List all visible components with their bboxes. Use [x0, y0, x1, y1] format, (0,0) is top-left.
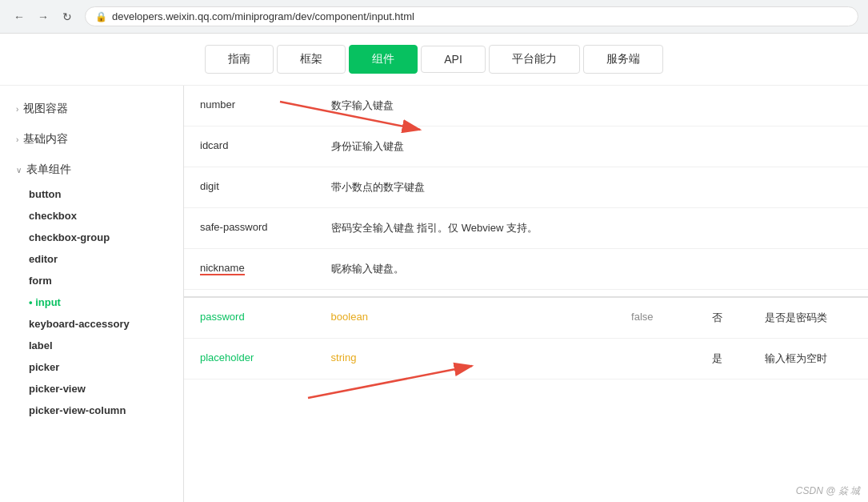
tab-guide[interactable]: 指南	[205, 45, 274, 74]
prop-type: boolean	[315, 297, 615, 339]
content-area: number 数字输入键盘 idcard 身份证输入键盘 digit 带小数点的…	[184, 86, 868, 502]
prop-desc: 输入框为空时	[749, 339, 868, 380]
desc-cell: 数字输入键盘	[315, 86, 615, 127]
nickname-underlined: nickname	[200, 262, 245, 275]
prop-name: password	[184, 297, 315, 339]
chevron-icon-basic: ›	[16, 135, 18, 144]
sidebar-group-form: ∨ 表单组件 button checkbox checkbox-group ed…	[0, 156, 183, 421]
sidebar: › 视图容器 › 基础内容 ∨ 表单组件 button checkbox che…	[0, 86, 184, 502]
separator-row	[184, 290, 868, 298]
desc-cell: 身份证输入键盘	[315, 127, 615, 167]
value-cell: idcard	[184, 127, 315, 167]
table-row: idcard 身份证输入键盘	[184, 127, 868, 167]
sidebar-item-picker-view[interactable]: picker-view	[29, 378, 183, 400]
tab-platform[interactable]: 平台能力	[489, 45, 580, 74]
value-cell: digit	[184, 167, 315, 208]
prop-desc: 是否是密码类	[749, 297, 868, 339]
doc-table: number 数字输入键盘 idcard 身份证输入键盘 digit 带小数点的…	[184, 86, 868, 380]
prop-required: 是	[696, 339, 750, 380]
sidebar-items-form: button checkbox checkbox-group editor fo…	[0, 183, 183, 421]
url-text: developers.weixin.qq.com/miniprogram/dev…	[112, 10, 414, 22]
sidebar-item-keyboard-accessory[interactable]: keyboard-accessory	[29, 313, 183, 335]
desc-cell: 昵称输入键盘。	[315, 249, 615, 290]
browser-bar: ← → ↻ 🔒 developers.weixin.qq.com/minipro…	[0, 0, 868, 34]
prop-required: 否	[696, 297, 750, 339]
main-layout: › 视图容器 › 基础内容 ∨ 表单组件 button checkbox che…	[0, 86, 868, 502]
tab-component[interactable]: 组件	[349, 45, 418, 74]
table-row: digit 带小数点的数字键盘	[184, 167, 868, 208]
table-row: safe-password 密码安全输入键盘 指引。仅 Webview 支持。	[184, 208, 868, 249]
sidebar-group-header-form[interactable]: ∨ 表单组件	[0, 156, 183, 183]
value-cell: safe-password	[184, 208, 315, 249]
sidebar-group-basic-content: › 基础内容	[0, 126, 183, 153]
value-cell: nickname	[184, 249, 315, 290]
table-row-password: password boolean false 否 是否是密码类	[184, 297, 868, 339]
desc-cell: 带小数点的数字键盘	[315, 167, 615, 208]
sidebar-item-editor[interactable]: editor	[29, 248, 183, 270]
prop-default: false	[615, 297, 696, 339]
tab-framework[interactable]: 框架	[277, 45, 346, 74]
sidebar-group-label-view-container: 视图容器	[23, 102, 68, 116]
lock-icon: 🔒	[95, 11, 107, 22]
sidebar-group-label-form: 表单组件	[26, 163, 71, 177]
sidebar-item-button[interactable]: button	[29, 183, 183, 205]
tab-api[interactable]: API	[421, 46, 486, 73]
browser-nav: ← → ↻	[10, 7, 77, 26]
back-button[interactable]: ←	[10, 7, 29, 26]
address-bar[interactable]: 🔒 developers.weixin.qq.com/miniprogram/d…	[85, 6, 858, 26]
prop-name: placeholder	[184, 339, 315, 380]
table-row-placeholder: placeholder string 是 输入框为空时	[184, 339, 868, 380]
sidebar-group-header-view-container[interactable]: › 视图容器	[0, 95, 183, 122]
tab-server[interactable]: 服务端	[583, 45, 663, 74]
desc-cell: 密码安全输入键盘 指引。仅 Webview 支持。	[315, 208, 615, 249]
sidebar-group-header-basic-content[interactable]: › 基础内容	[0, 126, 183, 153]
sidebar-item-picker[interactable]: picker	[29, 356, 183, 378]
sidebar-item-picker-view-column[interactable]: picker-view-column	[29, 400, 183, 421]
chevron-icon-form: ∨	[16, 166, 22, 175]
table-row: number 数字输入键盘	[184, 86, 868, 127]
reload-button[interactable]: ↻	[58, 7, 77, 26]
sidebar-item-form[interactable]: form	[29, 270, 183, 291]
sidebar-item-label[interactable]: label	[29, 335, 183, 356]
top-nav: 指南 框架 组件 API 平台能力 服务端	[0, 34, 868, 86]
forward-button[interactable]: →	[34, 7, 53, 26]
prop-type: string	[315, 339, 615, 380]
chevron-icon: ›	[16, 105, 18, 114]
prop-default	[615, 339, 696, 380]
sidebar-group-view-container: › 视图容器	[0, 95, 183, 122]
watermark: CSDN @ 焱 城	[796, 484, 860, 498]
value-cell: number	[184, 86, 315, 127]
sidebar-group-label-basic-content: 基础内容	[23, 132, 68, 147]
table-row: nickname 昵称输入键盘。	[184, 249, 868, 290]
sidebar-item-checkbox-group[interactable]: checkbox-group	[29, 227, 183, 248]
sidebar-item-checkbox[interactable]: checkbox	[29, 205, 183, 227]
sidebar-item-input[interactable]: input	[29, 291, 183, 313]
